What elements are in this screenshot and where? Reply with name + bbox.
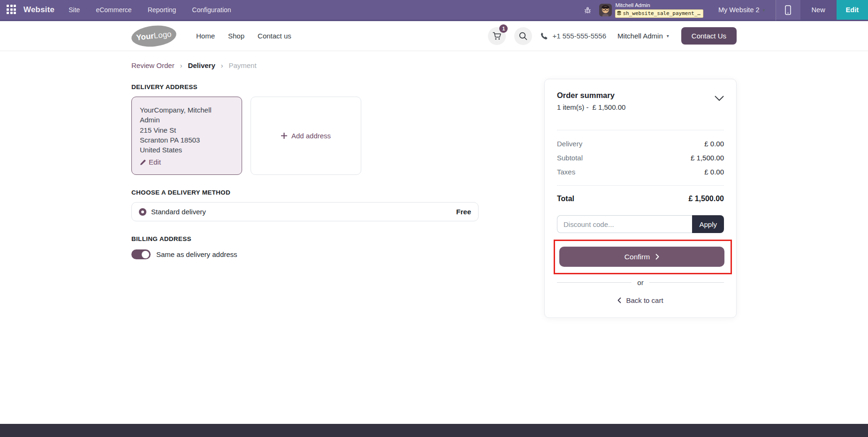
checkout-breadcrumb: Review Order › Delivery › Payment [131,61,479,69]
site-footer-strip [0,424,868,437]
cart-button[interactable]: 1 [488,27,506,45]
edit-button[interactable]: Edit [837,0,868,20]
same-address-label: Same as delivery address [156,250,237,258]
address-name: YourCompany, Mitchell Admin [140,105,221,125]
menu-configuration[interactable]: Configuration [192,6,231,14]
nav-shop[interactable]: Shop [228,32,244,40]
menu-ecommerce[interactable]: eCommerce [96,6,131,14]
back-to-cart-link[interactable]: Back to cart [557,296,724,304]
menu-reporting[interactable]: Reporting [148,6,176,14]
mobile-icon [785,5,791,15]
divider [557,130,724,130]
chevron-down-icon: ▾ [667,33,669,38]
user-avatar [599,4,612,16]
same-address-toggle-row[interactable]: Same as delivery address [131,249,479,259]
breadcrumb-payment: Payment [228,61,256,69]
add-address-card[interactable]: Add address [251,97,361,175]
apply-discount-button[interactable]: Apply [692,215,724,233]
radio-selected-icon[interactable] [139,208,146,216]
confirm-highlight-annotation: Confirm [554,240,732,274]
order-items-amount: £ 1,500.00 [593,103,626,111]
nav-contact-us[interactable]: Contact us [258,32,291,40]
search-button[interactable] [514,27,532,45]
debug-bug-icon[interactable] [584,6,592,14]
or-label: or [637,279,643,286]
new-button[interactable]: New [800,0,837,20]
address-city: Scranton PA 18503 [140,135,234,145]
total-label: Total [557,195,574,203]
or-divider: or [557,279,724,286]
systray-right: Mitchell Admin sh_website_sale_payment_… [584,0,868,20]
delivery-method-option[interactable]: Standard delivery Free [131,202,479,221]
delivery-method-price: Free [456,208,471,216]
toggle-on-icon[interactable] [131,249,151,259]
edit-address-link[interactable]: Edit [140,157,234,167]
chevron-left-icon [617,297,621,303]
chevron-right-icon [655,254,659,260]
summary-row-taxes: Taxes £ 0.00 [557,168,724,176]
summary-row-subtotal: Subtotal £ 1,500.00 [557,154,724,162]
billing-address-title: BILLING ADDRESS [131,235,479,242]
site-header: YourLogo Home Shop Contact us 1 [0,21,868,51]
summary-total-row: Total £ 1,500.00 [557,195,724,203]
pencil-icon [140,159,146,166]
odoo-systray-bar: Website Site eCommerce Reporting Configu… [0,0,868,21]
order-summary-card: Order summary 1 item(s) - £ 1,500.00 Del… [544,79,737,318]
systray-left: Website Site eCommerce Reporting Configu… [0,0,231,20]
contact-us-button[interactable]: Contact Us [681,27,737,45]
phone-icon [541,32,548,40]
apps-menu-icon[interactable] [7,5,17,15]
divider [557,185,724,186]
database-badge: sh_website_sale_payment_… [615,9,703,18]
order-summary-title: Order summary [557,91,625,100]
add-address-label: Add address [291,131,331,141]
header-phone[interactable]: +1 555-555-5556 [541,32,606,40]
delivery-address-title: DELIVERY ADDRESS [131,83,479,90]
site-nav: Home Shop Contact us [196,32,291,40]
database-name: sh_website_sale_payment_… [623,10,700,17]
user-menu[interactable]: Mitchell Admin sh_website_sale_payment_… [599,2,703,18]
address-street: 215 Vine St [140,125,234,135]
cart-count-badge: 1 [499,24,508,33]
cart-icon [493,32,502,40]
delivery-address-card-selected[interactable]: YourCompany, Mitchell Admin 215 Vine St … [131,97,242,175]
mobile-preview-button[interactable] [776,0,800,20]
systray-menu: Site eCommerce Reporting Configuration [69,6,231,14]
systray-user-name: Mitchell Admin [615,2,703,8]
account-dropdown[interactable]: Mitchell Admin ▾ [617,32,669,40]
nav-home[interactable]: Home [196,32,215,40]
site-logo[interactable]: YourLogo [131,26,176,46]
plus-icon [281,133,287,139]
order-items-line: 1 item(s) - £ 1,500.00 [557,103,625,111]
database-icon [617,11,621,16]
discount-code-input[interactable] [557,215,692,233]
chevron-down-icon[interactable] [715,96,724,101]
chevron-down-icon: ▾ [763,8,765,13]
breadcrumb-delivery: Delivery [188,61,215,69]
chevron-right-icon: › [221,62,223,69]
breadcrumb-review-order[interactable]: Review Order [131,61,175,69]
confirm-button[interactable]: Confirm [559,247,724,267]
delivery-method-name: Standard delivery [151,208,206,216]
app-name-website[interactable]: Website [23,5,54,15]
total-value: £ 1,500.00 [688,195,724,203]
chevron-right-icon: › [180,62,183,69]
address-country: United States [140,145,234,155]
phone-number: +1 555-555-5556 [552,32,606,40]
delivery-method-title: CHOOSE A DELIVERY METHOD [131,189,479,196]
search-icon [519,32,527,40]
summary-row-delivery: Delivery £ 0.00 [557,140,724,148]
website-switcher[interactable]: My Website 2 ▾ [708,0,776,20]
menu-site[interactable]: Site [69,6,80,14]
